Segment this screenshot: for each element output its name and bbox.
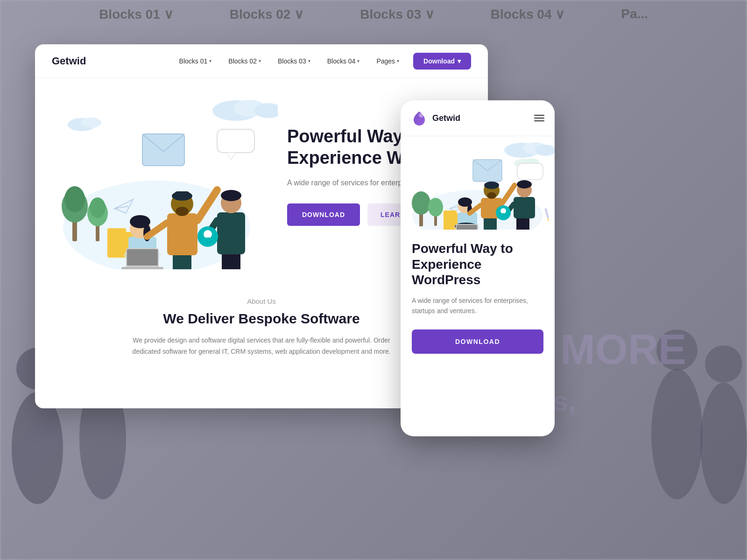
svg-rect-51	[217, 212, 245, 254]
svg-rect-42	[167, 213, 197, 255]
hero-illustration	[35, 83, 278, 269]
svg-rect-77	[444, 210, 457, 215]
svg-point-93	[484, 182, 499, 189]
svg-point-9	[705, 345, 742, 383]
background-nav: Blocks 01 ∨ Blocks 02 ∨ Blocks 03 ∨ Bloc…	[0, 0, 747, 28]
nav-download-button[interactable]: Download ▾	[413, 53, 471, 70]
svg-rect-96	[514, 197, 535, 218]
chevron-icon: ▾	[259, 58, 261, 63]
mobile-logo-icon	[411, 110, 428, 126]
svg-marker-104	[547, 218, 550, 222]
svg-rect-30	[107, 228, 126, 235]
hamburger-line-1	[534, 115, 544, 116]
bg-nav-blocks04: Blocks 04 ∨	[491, 7, 565, 22]
mobile-hero-title: Powerful Way to Experience WordPress	[412, 241, 543, 288]
svg-rect-27	[217, 129, 254, 153]
mobile-card: Getwid	[401, 100, 555, 436]
chevron-down-icon: ▾	[458, 57, 461, 65]
nav-item-blocks03[interactable]: Blocks 03 ▾	[271, 54, 317, 69]
chevron-icon: ▾	[397, 58, 399, 63]
hero-download-button[interactable]: DOWNLOAD	[287, 203, 360, 226]
chevron-icon: ▾	[209, 58, 211, 63]
mobile-logo-text: Getwid	[432, 113, 534, 123]
svg-point-64	[535, 145, 555, 156]
chevron-icon: ▾	[357, 58, 359, 63]
svg-point-20	[64, 186, 85, 212]
bg-nav-blocks02: Blocks 02 ∨	[230, 7, 304, 22]
svg-rect-74	[517, 163, 543, 180]
svg-rect-85	[457, 225, 477, 230]
chevron-icon: ▾	[308, 58, 310, 63]
svg-rect-39	[121, 267, 163, 269]
hamburger-line-3	[534, 120, 544, 121]
svg-point-70	[428, 198, 443, 217]
bg-nav-blocks03: Blocks 03 ∨	[360, 7, 435, 22]
mobile-hero-illustration	[401, 136, 555, 230]
svg-point-101	[500, 208, 506, 214]
svg-rect-48	[174, 191, 190, 198]
svg-rect-38	[127, 249, 158, 266]
svg-rect-103	[544, 208, 550, 219]
mobile-hero-text: Powerful Way to Experience WordPress A w…	[401, 230, 555, 316]
about-description: We provide design and software digital s…	[126, 335, 397, 357]
desktop-nav-items: Blocks 01 ▾ Blocks 02 ▾ Blocks 03 ▾ Bloc…	[173, 53, 471, 70]
bg-nav-pages: Pa...	[621, 7, 648, 21]
mobile-download-button[interactable]: DOWNLOAD	[412, 329, 543, 354]
desktop-navbar: Getwid Blocks 01 ▾ Blocks 02 ▾ Blocks 03…	[35, 44, 488, 78]
svg-point-99	[517, 180, 532, 189]
bg-nav-blocks01: Blocks 01 ∨	[99, 7, 174, 22]
svg-point-68	[412, 191, 430, 215]
svg-point-6	[651, 369, 703, 499]
nav-item-blocks01[interactable]: Blocks 01 ▾	[173, 54, 218, 69]
svg-point-60	[419, 113, 423, 118]
mobile-navbar: Getwid	[401, 100, 555, 136]
svg-marker-28	[226, 153, 236, 160]
svg-text:MORE: MORE	[560, 326, 686, 373]
svg-point-8	[700, 383, 747, 504]
nav-item-blocks02[interactable]: Blocks 02 ▾	[222, 54, 268, 69]
nav-item-blocks04[interactable]: Blocks 04 ▾	[321, 54, 366, 69]
svg-point-17	[81, 118, 101, 128]
svg-point-54	[221, 190, 241, 201]
svg-point-56	[204, 230, 212, 238]
svg-point-23	[90, 197, 106, 218]
svg-point-92	[487, 192, 496, 199]
mobile-hero-subtitle: A wide range of services for enterprises…	[412, 295, 543, 316]
mobile-menu-button[interactable]	[534, 115, 544, 121]
nav-item-pages[interactable]: Pages ▾	[370, 54, 406, 69]
desktop-logo: Getwid	[52, 55, 86, 67]
svg-point-2	[12, 392, 63, 504]
svg-point-46	[176, 207, 189, 216]
hamburger-line-2	[534, 118, 544, 119]
